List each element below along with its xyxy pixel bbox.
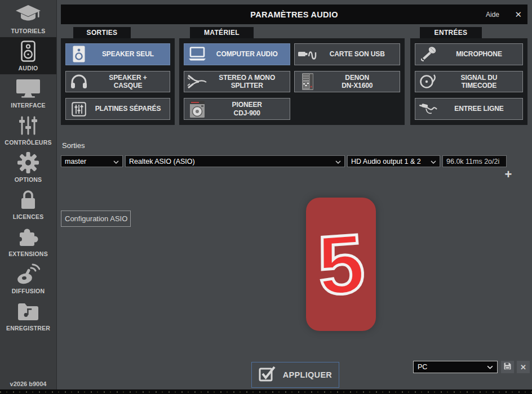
denon-mixer-image bbox=[295, 73, 321, 90]
latency-stats-readout: 96.0k 11ms 2o/2i bbox=[442, 155, 507, 167]
add-output-button[interactable]: + bbox=[502, 168, 515, 181]
padlock-icon bbox=[20, 186, 37, 213]
chevron-down-icon bbox=[431, 158, 436, 165]
line-input-icon bbox=[415, 102, 441, 117]
dialog-header: PARAMÈTRES AUDIO Aide ✕ bbox=[61, 5, 527, 24]
folder-music-icon bbox=[17, 297, 39, 325]
input-button-signal-timecode[interactable]: SIGNAL DU TIMECODE bbox=[415, 71, 523, 93]
output-port-select[interactable]: HD Audio output 1 & 2 bbox=[347, 155, 440, 167]
sidebar-item-label: INTERFACE bbox=[11, 102, 45, 109]
speaker-icon bbox=[66, 46, 92, 62]
hardware-button-carte-son-usb[interactable]: CARTE SON USB bbox=[294, 43, 401, 65]
sidebar-item-interface[interactable]: INTERFACE bbox=[0, 74, 56, 111]
graduation-cap-icon bbox=[15, 0, 41, 28]
tab-sorties: SORTIES bbox=[73, 27, 131, 38]
input-button-microphone[interactable]: MICROPHONE bbox=[415, 43, 523, 65]
profile-select[interactable]: PC bbox=[413, 361, 498, 373]
broadcast-icon bbox=[16, 260, 40, 288]
audio-settings-dialog: PARAMÈTRES AUDIO Aide ✕ SORTIES MATÉRIEL… bbox=[57, 0, 532, 389]
dialog-title: PARAMÈTRES AUDIO bbox=[61, 5, 527, 24]
countdown-overlay-card: 5 bbox=[306, 198, 376, 331]
laptop-icon bbox=[184, 47, 210, 61]
tab-materiel: MATÉRIEL bbox=[190, 27, 254, 38]
monitor-icon bbox=[16, 74, 41, 102]
sidebar-item-controleurs[interactable]: CONTRÔLEURS bbox=[0, 111, 56, 149]
sidebar-item-label: ENREGISTRER bbox=[6, 325, 50, 332]
studio-speaker-icon bbox=[21, 37, 36, 65]
sidebar-item-licences[interactable]: LICENCES bbox=[0, 186, 56, 223]
splitter-cable-icon bbox=[184, 74, 210, 89]
sidebar-item-options[interactable]: OPTIONS bbox=[0, 149, 56, 186]
version-label: v2026 b9004 bbox=[0, 380, 56, 387]
sidebar-item-label: EXTENSIONS bbox=[8, 250, 48, 257]
sidebar-item-label: DIFFUSION bbox=[12, 288, 45, 294]
output-button-platines-separes[interactable]: PLATINES SÉPARÉS bbox=[65, 98, 170, 120]
input-button-entree-ligne[interactable]: ENTREE LIGNE bbox=[415, 98, 523, 120]
gear-icon bbox=[17, 149, 39, 176]
chevron-down-icon bbox=[335, 158, 341, 165]
hardware-button-denon-dnx1600[interactable]: DENON DN-X1600 bbox=[294, 71, 401, 93]
close-icon[interactable]: ✕ bbox=[515, 5, 522, 24]
close-icon[interactable]: ✕ bbox=[517, 361, 530, 373]
chevron-down-icon bbox=[487, 363, 493, 371]
sidebar-item-extensions[interactable]: EXTENSIONS bbox=[0, 223, 56, 260]
chevron-down-icon bbox=[113, 158, 119, 165]
countdown-digit: 5 bbox=[315, 221, 367, 307]
outputs-section-label: Sorties bbox=[62, 141, 85, 150]
asio-config-button[interactable]: Configuration ASIO .. bbox=[61, 211, 131, 227]
usb-cable-icon bbox=[295, 48, 321, 60]
output-button-speaker-casque[interactable]: SPEAKER + CASQUE bbox=[65, 71, 170, 93]
sidebar-item-label: CONTRÔLEURS bbox=[5, 139, 51, 146]
pioneer-cdj-image bbox=[184, 101, 210, 118]
puzzle-icon bbox=[17, 223, 39, 250]
tab-entrees: ENTRÉES bbox=[420, 27, 482, 38]
settings-sidebar: TUTORIELS AUDIO INTERFACE CONTRÔLEURS OP… bbox=[0, 0, 57, 389]
sliders-icon bbox=[19, 111, 38, 139]
floppy-disk-icon bbox=[504, 362, 511, 372]
sidebar-item-label: OPTIONS bbox=[15, 176, 42, 183]
apply-button[interactable]: APPLIQUER bbox=[251, 362, 339, 388]
panel-sorties: SPEAKER SEUL SPEAKER + CASQUE PLATINES S… bbox=[61, 38, 175, 125]
panel-materiel: COMPUTER AUDIO CARTE SON USB STEREO A MO… bbox=[179, 38, 405, 125]
hardware-button-computer-audio[interactable]: COMPUTER AUDIO bbox=[184, 43, 290, 65]
help-link[interactable]: Aide bbox=[486, 5, 499, 24]
checkbox-check-icon bbox=[259, 366, 276, 384]
timecode-vinyl-icon bbox=[415, 74, 441, 89]
sidebar-item-tutoriels[interactable]: TUTORIELS bbox=[0, 0, 56, 37]
microphone-icon bbox=[415, 46, 441, 62]
background-app-strip bbox=[0, 389, 532, 394]
sidebar-item-label: TUTORIELS bbox=[11, 28, 45, 34]
sound-driver-select[interactable]: Realtek ASIO (ASIO) bbox=[125, 155, 345, 167]
hardware-button-pioneer-cdj900[interactable]: PIONEER CDJ-900 bbox=[184, 98, 290, 120]
hardware-button-stereo-mono-splitter[interactable]: STEREO A MONO SPLITTER bbox=[184, 71, 290, 93]
audio-settings-window: TUTORIELS AUDIO INTERFACE CONTRÔLEURS OP… bbox=[0, 0, 532, 394]
sidebar-item-audio[interactable]: AUDIO bbox=[0, 37, 56, 74]
panel-entrees: MICROPHONE SIGNAL DU TIMECODE ENTREE LIG… bbox=[410, 38, 527, 125]
sidebar-item-enregistrer[interactable]: ENREGISTRER bbox=[0, 297, 56, 334]
sidebar-item-label: LICENCES bbox=[13, 213, 44, 220]
mixer-icon bbox=[66, 102, 92, 117]
output-button-speaker-seul[interactable]: SPEAKER SEUL bbox=[65, 43, 170, 65]
sidebar-item-diffusion[interactable]: DIFFUSION bbox=[0, 260, 56, 297]
sidebar-item-label: AUDIO bbox=[19, 65, 38, 71]
headphones-icon bbox=[66, 74, 92, 89]
output-channel-select[interactable]: master bbox=[61, 155, 123, 167]
save-profile-button[interactable] bbox=[501, 361, 514, 373]
